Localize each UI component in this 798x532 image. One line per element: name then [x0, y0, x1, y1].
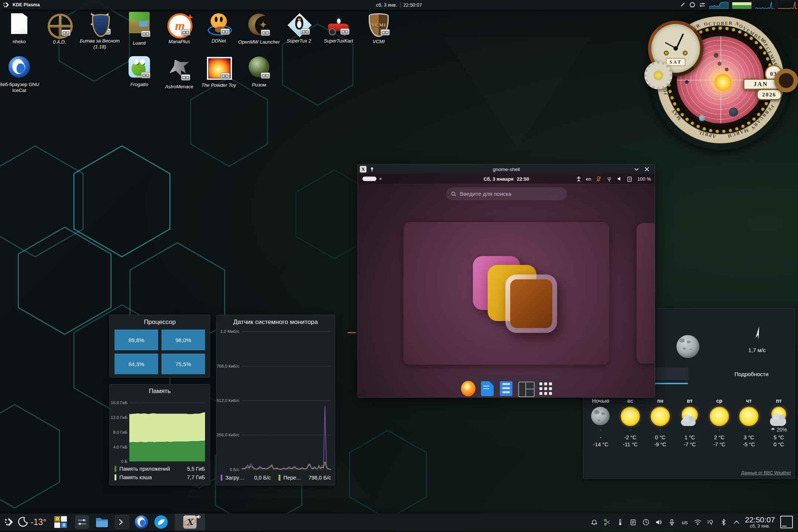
- cloud-icon: [681, 419, 696, 426]
- pager-desktop-2[interactable]: [61, 516, 67, 522]
- shortcut-link-badge: [141, 31, 150, 37]
- pager-desktop-1[interactable]: O: [54, 516, 60, 522]
- show-desktop-button[interactable]: [780, 516, 793, 528]
- window-preview-partial[interactable]: [637, 223, 655, 364]
- workspace-dot[interactable]: [379, 178, 382, 180]
- sliders-icon[interactable]: [699, 2, 706, 8]
- shortcut-link-badge: [301, 28, 310, 35]
- tab-details[interactable]: Подробности: [720, 368, 783, 380]
- wifi-tray-icon[interactable]: [693, 517, 702, 527]
- panel-date: сб, 3 янв.: [376, 2, 397, 8]
- files-icon[interactable]: [499, 381, 514, 396]
- legend-swatch: [221, 475, 222, 481]
- circle-select-icon[interactable]: [689, 2, 695, 8]
- precipitation-chance: ☂ 20%: [764, 427, 794, 433]
- console-tiles-icon[interactable]: [518, 381, 534, 396]
- accessibility-icon: [576, 176, 581, 182]
- workspace-pill[interactable]: [362, 177, 376, 181]
- virtual-desktop-pager[interactable]: O B: [54, 516, 67, 528]
- document-icon: [11, 13, 27, 34]
- taskbar-weather-applet[interactable]: -13°: [18, 514, 46, 531]
- pin-icon[interactable]: [369, 167, 375, 172]
- taskbar-icecat-button[interactable]: [135, 514, 148, 531]
- annotate-pen-icon[interactable]: [680, 2, 686, 8]
- forecast-day: пт ☂ 20% 5 °C 0 °C: [764, 398, 794, 447]
- year-badge: 2026: [757, 89, 782, 100]
- wind-speed: 1,7 м/с: [739, 347, 775, 353]
- planet-dot: [714, 53, 719, 58]
- network-history-graph[interactable]: [755, 1, 774, 9]
- desktop-icon-rizom[interactable]: Ризом: [235, 55, 283, 88]
- gnome-clock[interactable]: Сб, 3 января22:50: [484, 176, 529, 182]
- close-button[interactable]: [644, 167, 649, 172]
- window-preview[interactable]: [403, 222, 609, 365]
- notifications-icon[interactable]: [589, 517, 599, 527]
- taskbar-terminal-button[interactable]: [115, 514, 129, 531]
- cpu-history-graph[interactable]: [709, 1, 729, 9]
- xterm-task-icon: X: [183, 515, 197, 529]
- volume-tray-icon[interactable]: [654, 517, 664, 527]
- thermometer-icon[interactable]: [615, 517, 625, 527]
- window-titlebar[interactable]: X gnome-shell: [358, 164, 655, 174]
- legend-swatch: [279, 475, 280, 481]
- gnome-shell-window: X gnome-shell Сб, 3 января22:50 en: [358, 164, 655, 398]
- clock-tray-icon[interactable]: [641, 517, 651, 527]
- firefox-icon[interactable]: [461, 381, 475, 396]
- kde-plasma-logo-icon: [3, 1, 10, 8]
- panel-clock[interactable]: сб, 3 янв. 22:50:07: [376, 0, 422, 10]
- desktop-icon-vcmi[interactable]: VCMI VCMI: [354, 13, 403, 45]
- task-audio-indicator-icon[interactable]: [196, 514, 201, 519]
- night-light-icon[interactable]: [706, 517, 715, 527]
- taskbar-browser-button[interactable]: [154, 514, 168, 531]
- wind-direction-arrow-icon: [753, 325, 762, 340]
- cpu-widget-title: Процессор: [110, 318, 210, 326]
- gnome-top-bar: Сб, 3 января22:50 en 100 %: [358, 174, 655, 184]
- planet-dot: [685, 80, 689, 84]
- orrery-clock-widget[interactable]: SEPTEMBER OCTOBER NOVEMBER DECEMBER JANU…: [646, 10, 797, 151]
- taskbar-settings-button[interactable]: [75, 514, 89, 531]
- forecast-day: пн · 0 °C -9 °C: [645, 398, 675, 447]
- memory-history-graph[interactable]: [732, 1, 751, 9]
- network-widget: Датчик системного монитора 1,0 МиБ/с 768…: [216, 315, 335, 485]
- notes-icon[interactable]: [628, 517, 638, 527]
- dash-dock: [461, 375, 553, 397]
- app-grid-icon[interactable]: [539, 381, 553, 396]
- text-editor-icon[interactable]: [480, 381, 495, 396]
- axis-tick: 0 Б/с: [216, 467, 239, 472]
- weather-credit-link[interactable]: Данные от BBC Weather: [741, 470, 791, 475]
- taskbar-clock[interactable]: 22:50:07 сб, 3 янв.: [745, 515, 775, 529]
- legend-swatch: [115, 466, 116, 472]
- taskbar-active-task-gnome-shell[interactable]: X: [175, 514, 205, 531]
- clipboard-scissors-icon[interactable]: [602, 517, 612, 527]
- keyboard-layout-tray[interactable]: us: [680, 517, 689, 527]
- desktop-icon-icecat[interactable]: Веб-браузер GNU IceCat: [0, 55, 44, 94]
- kde-launcher-icon: [4, 517, 14, 527]
- search-input[interactable]: Введите для поиска: [446, 187, 567, 200]
- gnome-system-indicators[interactable]: en 100 %: [576, 176, 651, 182]
- bluetooth-icon[interactable]: [719, 517, 728, 527]
- taskbar: -13° O B X: [0, 514, 798, 531]
- location-disabled-icon: [596, 176, 601, 182]
- legend-row: Память кэша 7,7 ГиБ: [115, 474, 205, 480]
- forecast-day: вс · -2 °C -11 °C: [615, 398, 645, 447]
- minimize-button[interactable]: [634, 167, 639, 172]
- tray-expander-chevron-icon[interactable]: [732, 517, 741, 527]
- app-launcher-button[interactable]: [4, 514, 14, 531]
- forecast-day: чт · 3 °C -5 °C: [734, 398, 764, 447]
- memory-area-chart: [129, 403, 205, 461]
- io-history-graph[interactable]: [778, 1, 797, 9]
- wifi-icon: [606, 177, 612, 181]
- legend-row: Память приложений 5,5 ГиБ: [115, 466, 205, 472]
- cpu-core-tile: 75,5%: [161, 354, 205, 374]
- pager-desktop-4[interactable]: B: [61, 522, 67, 528]
- taskbar-files-button[interactable]: [95, 514, 109, 531]
- forecast-day: вт · 1 °C -7 °C: [675, 398, 705, 447]
- axis-tick: 8,0 ГиБ: [107, 430, 127, 434]
- microphone-icon[interactable]: [667, 517, 676, 527]
- pager-desktop-3[interactable]: [54, 522, 60, 528]
- moon-icon: [591, 407, 610, 425]
- gear-ornament: [644, 61, 672, 89]
- axis-tick: 16,0 ГиБ: [107, 400, 127, 405]
- volume-icon: [617, 176, 622, 181]
- tab-forecast-partial[interactable]: [655, 368, 688, 380]
